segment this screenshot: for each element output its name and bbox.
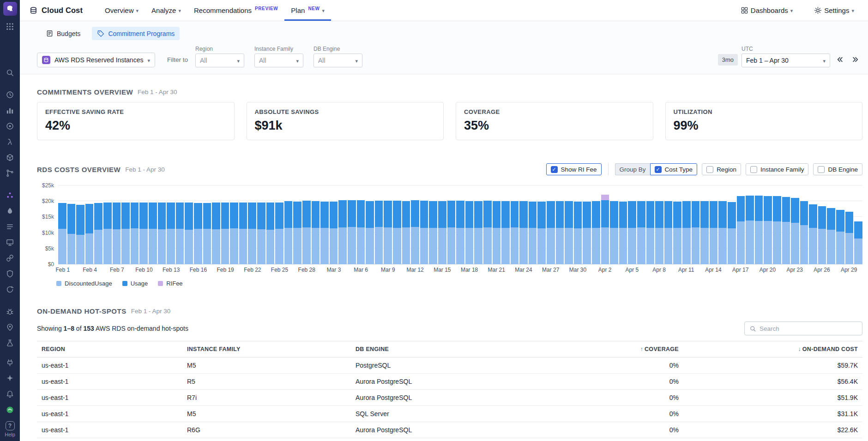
chart-bar[interactable] xyxy=(646,185,655,264)
date-range-selector[interactable]: UTC Feb 1 – Apr 30▾ xyxy=(741,46,830,67)
ci-cd-icon[interactable] xyxy=(5,168,15,178)
chart-bar[interactable] xyxy=(728,185,736,264)
group-by-region[interactable]: Region xyxy=(702,163,741,175)
show-ri-fee-toggle[interactable]: Show RI Fee xyxy=(546,163,602,175)
chart-bar[interactable] xyxy=(131,185,139,264)
region-filter[interactable]: Region All▾ xyxy=(195,46,244,67)
legend-item[interactable]: RIFee xyxy=(158,280,182,287)
synthetics-icon[interactable] xyxy=(5,338,15,348)
serverless-icon[interactable] xyxy=(5,137,15,147)
chart-bar[interactable] xyxy=(456,185,464,264)
chart-bar[interactable] xyxy=(312,185,320,264)
nav-overview[interactable]: Overview ▾ xyxy=(98,0,145,21)
chart-bar[interactable] xyxy=(809,185,817,264)
chart-bar[interactable] xyxy=(94,185,102,264)
workflows-icon[interactable] xyxy=(5,284,15,294)
chart-bar[interactable] xyxy=(230,185,238,264)
containers-icon[interactable] xyxy=(5,152,15,162)
chart-bar[interactable] xyxy=(547,185,555,264)
chart-bar[interactable] xyxy=(194,185,202,264)
nav-plan[interactable]: Plan NEW ▾ xyxy=(284,0,331,21)
chart-bar[interactable] xyxy=(655,185,663,264)
column-header-instance-family[interactable]: INSTANCE FAMILY xyxy=(182,341,351,358)
metrics-icon[interactable] xyxy=(5,105,15,115)
column-header-coverage[interactable]: ↑COVERAGE xyxy=(549,341,683,358)
chart-bar[interactable] xyxy=(511,185,519,264)
chart-bar[interactable] xyxy=(221,185,229,264)
chart-bar[interactable] xyxy=(320,185,329,264)
legend-item[interactable]: DiscountedUsage xyxy=(56,280,112,287)
chart-bar[interactable] xyxy=(737,185,745,264)
chart-bar[interactable] xyxy=(483,185,492,264)
chart-bar[interactable] xyxy=(58,185,66,264)
chart-bar[interactable] xyxy=(158,185,166,264)
nav-recommendations[interactable]: Recommendations PREVIEW xyxy=(187,0,284,21)
chart-bar[interactable] xyxy=(465,185,474,264)
chart-bar[interactable] xyxy=(76,185,84,264)
chart-bar[interactable] xyxy=(673,185,681,264)
dashboards-menu[interactable]: Dashboards ▾ xyxy=(734,0,799,21)
chart-bar[interactable] xyxy=(637,185,645,264)
legend-item[interactable]: Usage xyxy=(122,280,148,287)
chart-bar[interactable] xyxy=(682,185,691,264)
watchdog-icon[interactable] xyxy=(5,121,15,131)
chart-bar[interactable] xyxy=(619,185,627,264)
instance-family-filter[interactable]: Instance Family All▾ xyxy=(254,46,303,67)
rum-icon[interactable] xyxy=(5,322,15,332)
apps-grid-icon[interactable] xyxy=(5,21,15,31)
chart-bar[interactable] xyxy=(764,185,772,264)
chart-bar[interactable] xyxy=(139,185,148,264)
group-by-db-engine[interactable]: DB Engine xyxy=(813,163,862,175)
chart-bar[interactable] xyxy=(755,185,763,264)
security-icon[interactable] xyxy=(5,268,15,279)
chart-bar[interactable] xyxy=(284,185,293,264)
chart-bar[interactable] xyxy=(113,185,121,264)
chart-bar[interactable] xyxy=(357,185,365,264)
chart-bar[interactable] xyxy=(447,185,456,264)
chart-bar[interactable] xyxy=(610,185,618,264)
chart-bar[interactable] xyxy=(384,185,392,264)
chart-bar[interactable] xyxy=(501,185,510,264)
group-by-instance-family[interactable]: Instance Family xyxy=(746,163,809,175)
chart-bar[interactable] xyxy=(411,185,419,264)
period-back-button[interactable] xyxy=(834,54,846,66)
chart-bar[interactable] xyxy=(628,185,636,264)
chart-bar[interactable] xyxy=(176,185,184,264)
integrations-icon[interactable] xyxy=(5,253,15,263)
chart-bar[interactable] xyxy=(529,185,537,264)
chart-bar[interactable] xyxy=(67,185,76,264)
chart-bar[interactable] xyxy=(257,185,265,264)
chart-bar[interactable] xyxy=(773,185,781,264)
chart-bar[interactable] xyxy=(348,185,356,264)
chart-bar[interactable] xyxy=(537,185,546,264)
chart-bar[interactable] xyxy=(167,185,175,264)
notifications-icon[interactable] xyxy=(5,389,15,399)
chart-bar[interactable] xyxy=(800,185,808,264)
column-header-on-demand-cost[interactable]: ↓ON-DEMAND COST xyxy=(683,341,862,358)
scope-selector[interactable]: AWS RDS Reserved Instances ▾ xyxy=(37,53,155,67)
settings-menu[interactable]: Settings ▾ xyxy=(808,0,861,21)
chart-bar[interactable] xyxy=(402,185,410,264)
chart-bar[interactable] xyxy=(239,185,247,264)
chart-bar[interactable] xyxy=(700,185,709,264)
chart-bar[interactable] xyxy=(782,185,790,264)
table-row[interactable]: us-east-1M5SQL Server0%$31.1K xyxy=(37,406,862,422)
chart-bar[interactable] xyxy=(375,185,383,264)
chart-bar[interactable] xyxy=(845,185,854,264)
cloud-cost-icon[interactable] xyxy=(5,190,15,200)
chart-bar[interactable] xyxy=(366,185,374,264)
chart-bar[interactable] xyxy=(556,185,564,264)
chart-bar[interactable] xyxy=(692,185,700,264)
search-icon[interactable] xyxy=(5,67,15,77)
chart-bar[interactable] xyxy=(854,185,862,264)
chart-bar[interactable] xyxy=(338,185,347,264)
group-by-cost-type[interactable]: Cost Type xyxy=(650,163,698,175)
table-row[interactable]: us-east-1R5Aurora PostgreSQL0%$56.4K xyxy=(37,374,862,390)
tab-commitment-programs[interactable]: Commitment Programs xyxy=(92,27,180,40)
chart-bar[interactable] xyxy=(121,185,130,264)
db-engine-filter[interactable]: DB Engine All▾ xyxy=(313,46,362,67)
error-tracking-icon[interactable] xyxy=(5,306,15,316)
chart-bar[interactable] xyxy=(185,185,193,264)
chart-bar[interactable] xyxy=(393,185,401,264)
chart-bar[interactable] xyxy=(438,185,446,264)
